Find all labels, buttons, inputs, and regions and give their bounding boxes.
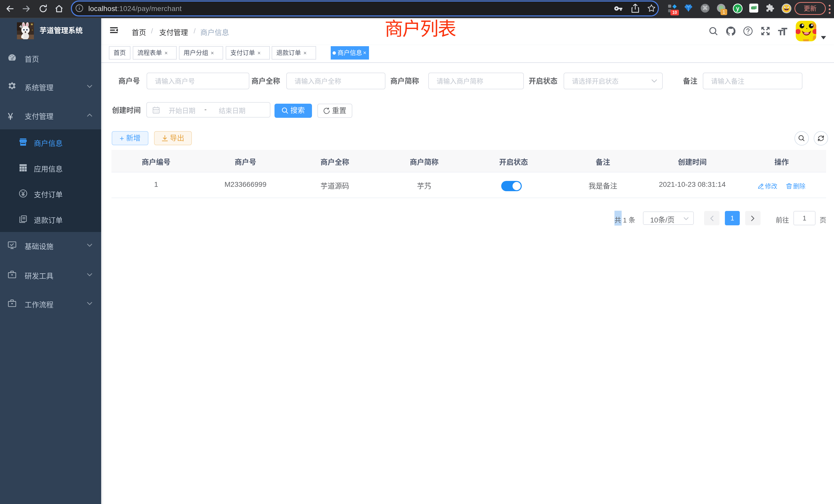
svg-text:y: y <box>736 5 740 12</box>
svg-text:⌘: ⌘ <box>702 5 708 11</box>
